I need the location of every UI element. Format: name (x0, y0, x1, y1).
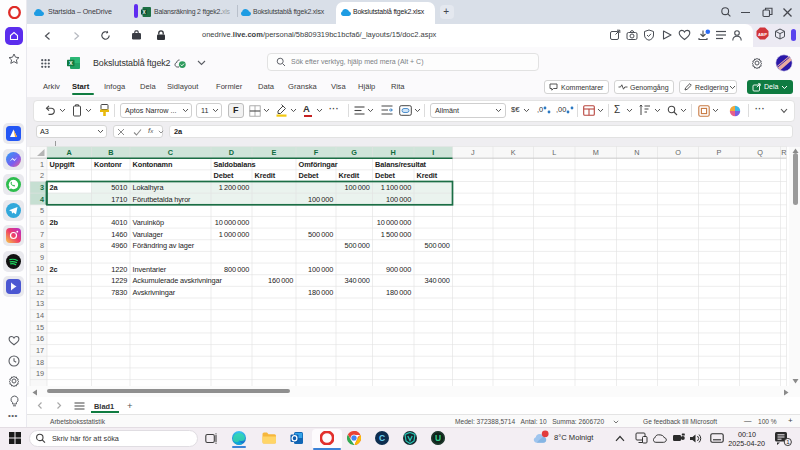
svg-text:Förutbetalda hyror: Förutbetalda hyror (133, 195, 192, 204)
svg-text:I: I (432, 148, 434, 157)
svg-text:2a: 2a (50, 183, 59, 192)
svg-text:800 000: 800 000 (224, 265, 249, 274)
svg-text:Avskrivningar: Avskrivningar (133, 288, 176, 297)
svg-text:E: E (272, 148, 277, 157)
svg-text:Debet: Debet (299, 171, 319, 180)
svg-text:Varulager: Varulager (133, 230, 164, 239)
svg-text:16: 16 (36, 334, 44, 343)
svg-text:Saldobalans: Saldobalans (214, 160, 256, 169)
svg-text:Varuinköp: Varuinköp (133, 218, 164, 227)
svg-text:1 200 000: 1 200 000 (219, 183, 249, 192)
svg-text:9: 9 (40, 253, 44, 262)
svg-text:10 000 000: 10 000 000 (215, 218, 249, 227)
svg-text:1229: 1229 (111, 276, 127, 285)
svg-text:100 000: 100 000 (308, 265, 333, 274)
svg-text:Kontonamn: Kontonamn (133, 160, 173, 169)
svg-text:160 000: 160 000 (268, 276, 293, 285)
svg-text:17: 17 (36, 346, 44, 355)
svg-text:6: 6 (40, 218, 44, 227)
svg-text:P: P (717, 148, 722, 157)
svg-text:7: 7 (40, 230, 44, 239)
svg-text:H: H (391, 148, 396, 157)
svg-text:2c: 2c (50, 265, 58, 274)
svg-text:180 000: 180 000 (386, 288, 411, 297)
svg-text:2b: 2b (50, 218, 59, 227)
svg-text:Kredit: Kredit (339, 171, 360, 180)
svg-text:500 000: 500 000 (345, 241, 370, 250)
svg-text:19: 19 (36, 369, 44, 378)
svg-text:3: 3 (40, 183, 44, 192)
svg-text:L: L (552, 148, 556, 157)
svg-text:340 000: 340 000 (425, 276, 450, 285)
svg-text:4960: 4960 (111, 241, 127, 250)
svg-text:13: 13 (36, 299, 44, 308)
svg-text:F: F (314, 148, 319, 157)
svg-text:B: B (108, 148, 113, 157)
svg-text:7830: 7830 (111, 288, 127, 297)
svg-text:Kontonr: Kontonr (94, 160, 122, 169)
svg-text:J: J (471, 148, 475, 157)
svg-text:Kredit: Kredit (417, 171, 438, 180)
svg-text:Inventarier: Inventarier (133, 265, 167, 274)
svg-text:Q: Q (757, 148, 763, 157)
svg-text:100 000: 100 000 (308, 195, 333, 204)
svg-text:Lokalhyra: Lokalhyra (133, 183, 165, 192)
svg-text:15: 15 (36, 323, 44, 332)
svg-text:Uppgift: Uppgift (50, 160, 76, 169)
svg-text:N: N (634, 148, 639, 157)
svg-text:5010: 5010 (111, 183, 127, 192)
svg-text:C: C (379, 433, 385, 443)
svg-text:1710: 1710 (111, 195, 127, 204)
svg-text:Balans/resultat: Balans/resultat (375, 160, 427, 169)
svg-text:Förändring av lager: Förändring av lager (133, 241, 195, 250)
svg-text:Omföringar: Omföringar (299, 160, 338, 169)
svg-text:1460: 1460 (111, 230, 127, 239)
svg-text:10 000 000: 10 000 000 (377, 218, 411, 227)
svg-text:10: 10 (36, 264, 44, 273)
svg-text:1 100 000: 1 100 000 (381, 183, 411, 192)
svg-text:O: O (675, 148, 681, 157)
svg-text:1 500 000: 1 500 000 (381, 230, 411, 239)
svg-text:12: 12 (36, 288, 44, 297)
svg-text:M: M (593, 148, 599, 157)
svg-text:5: 5 (40, 206, 44, 215)
svg-text:4010: 4010 (111, 218, 127, 227)
svg-text:G: G (351, 148, 357, 157)
svg-text:14: 14 (36, 311, 44, 320)
svg-text:1 000 000: 1 000 000 (219, 230, 249, 239)
svg-text:100 000: 100 000 (386, 195, 411, 204)
svg-text:11: 11 (36, 276, 44, 285)
svg-text:500 000: 500 000 (308, 230, 333, 239)
svg-text:100 000: 100 000 (345, 183, 370, 192)
svg-text:Ackumulerade avskrivningar: Ackumulerade avskrivningar (133, 276, 223, 285)
svg-text:2: 2 (40, 171, 44, 180)
svg-text:K: K (511, 148, 516, 157)
svg-text:D: D (229, 148, 234, 157)
svg-text:U: U (435, 433, 441, 443)
svg-text:Debet: Debet (375, 171, 395, 180)
svg-text:A: A (67, 148, 73, 157)
svg-text:900 000: 900 000 (386, 265, 411, 274)
svg-text:500 000: 500 000 (425, 241, 450, 250)
svg-text:8: 8 (40, 241, 44, 250)
svg-text:R: R (781, 148, 786, 157)
svg-text:180 000: 180 000 (308, 288, 333, 297)
svg-text:1: 1 (40, 160, 44, 169)
svg-text:C: C (168, 148, 174, 157)
svg-text:Debet: Debet (214, 171, 234, 180)
svg-text:18: 18 (36, 358, 44, 367)
svg-text:1220: 1220 (111, 265, 127, 274)
svg-text:340 000: 340 000 (345, 276, 370, 285)
svg-text:Kredit: Kredit (255, 171, 276, 180)
